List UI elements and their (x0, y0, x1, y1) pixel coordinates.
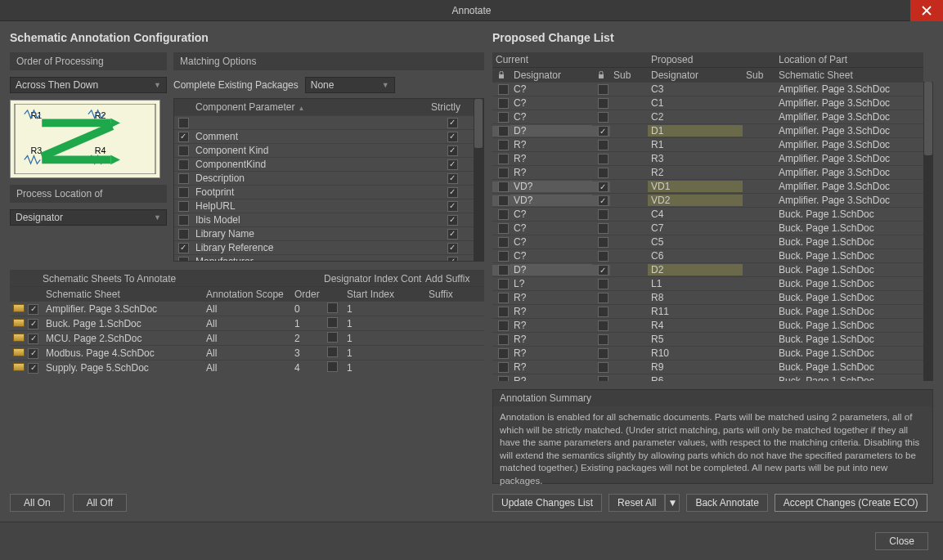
sheet-row[interactable]: Supply. Page 5.SchDoc All 4 1 (10, 360, 484, 374)
sheet-scope[interactable]: All (203, 318, 291, 329)
col-proposed-designator[interactable]: Designator (648, 69, 743, 81)
sheet-row[interactable]: Buck. Page 1.SchDoc All 1 1 (10, 316, 484, 330)
proposed-row[interactable]: C? C7 Buck. Page 1.SchDoc (492, 221, 923, 235)
all-on-button[interactable]: All On (10, 494, 65, 512)
param-checkbox[interactable] (178, 146, 189, 156)
strict-checkbox[interactable] (447, 146, 458, 156)
lock-sub-checkbox[interactable] (598, 112, 608, 123)
lock-sub-checkbox[interactable] (598, 279, 608, 289)
lock-sub-checkbox[interactable] (598, 348, 608, 359)
proposed-row[interactable]: R? R6 Buck. Page 1.SchDoc (492, 374, 923, 381)
strict-checkbox[interactable] (447, 243, 458, 253)
col-schematic-sheet[interactable]: Schematic Sheet (43, 289, 203, 300)
col-sub[interactable]: Sub (610, 69, 648, 81)
lock-sub-checkbox[interactable] (598, 251, 608, 262)
lock-current-checkbox[interactable] (498, 237, 509, 248)
param-checkbox[interactable] (178, 229, 189, 240)
start-index[interactable]: 1 (344, 333, 425, 344)
proposed-row[interactable]: R? R4 Buck. Page 1.SchDoc (492, 318, 923, 332)
strict-checkbox[interactable] (447, 187, 458, 198)
strict-checkbox[interactable] (447, 173, 458, 184)
col-order[interactable]: Order (291, 289, 324, 300)
lock-current-checkbox[interactable] (498, 181, 509, 192)
param-checkbox[interactable] (178, 187, 189, 198)
start-index-checkbox[interactable] (327, 302, 338, 313)
proposed-row[interactable]: C? C1 Amplifier. Page 3.SchDoc (492, 96, 923, 110)
sheet-row[interactable]: Amplifier. Page 3.SchDoc All 0 1 (10, 301, 484, 316)
start-index-checkbox[interactable] (327, 347, 338, 357)
sheet-row[interactable]: MCU. Page 2.SchDoc All 2 1 (10, 330, 484, 345)
col-designator[interactable]: Designator (510, 69, 592, 81)
proposed-row[interactable]: R? R5 Buck. Page 1.SchDoc (492, 332, 923, 346)
param-col-strict[interactable]: Strictly (431, 101, 474, 113)
lock-current-checkbox[interactable] (498, 376, 509, 382)
reset-all-dropdown[interactable]: ▼ (665, 494, 680, 512)
lock-sub-checkbox[interactable] (598, 307, 608, 317)
proposed-row[interactable]: D? D1 Amplifier. Page 3.SchDoc (492, 123, 923, 137)
lock-sub-checkbox[interactable] (598, 195, 608, 206)
lock-sub-checkbox[interactable] (598, 98, 608, 109)
param-row[interactable]: Component Kind (174, 143, 474, 157)
sheet-enable-checkbox[interactable] (28, 304, 38, 315)
lock-sub-checkbox[interactable] (598, 237, 608, 248)
proposed-row[interactable]: VD? VD2 Amplifier. Page 3.SchDoc (492, 193, 923, 207)
lock-current-checkbox[interactable] (498, 84, 509, 95)
all-off-button[interactable]: All Off (73, 494, 127, 512)
lock-sub-checkbox[interactable] (598, 209, 608, 220)
lock-current-checkbox[interactable] (498, 154, 509, 164)
proposed-scrollbar[interactable] (923, 82, 933, 381)
col-location[interactable]: Location of Part (775, 54, 923, 65)
lock-current-checkbox[interactable] (498, 223, 509, 234)
start-index[interactable]: 1 (344, 318, 425, 329)
proposed-row[interactable]: C? C5 Buck. Page 1.SchDoc (492, 235, 923, 249)
start-index[interactable]: 1 (344, 347, 425, 359)
lock-current-checkbox[interactable] (498, 293, 509, 303)
col-proposed[interactable]: Proposed (648, 54, 775, 65)
lock-current-checkbox[interactable] (498, 334, 509, 345)
param-row[interactable]: Footprint (174, 185, 474, 199)
param-row[interactable]: Manufacturer (174, 254, 474, 261)
lock-sub-checkbox[interactable] (598, 181, 608, 192)
sheet-enable-checkbox[interactable] (28, 363, 38, 374)
lock-current-checkbox[interactable] (498, 126, 509, 137)
reset-all-button[interactable]: Reset All (608, 494, 665, 512)
lock-sub-checkbox[interactable] (598, 168, 608, 178)
proposed-row[interactable]: C? C3 Amplifier. Page 3.SchDoc (492, 82, 923, 96)
close-dialog-button[interactable]: Close (875, 532, 928, 550)
proposed-row[interactable]: R? R3 Amplifier. Page 3.SchDoc (492, 151, 923, 165)
param-checkbox[interactable] (178, 215, 189, 226)
param-row[interactable] (174, 115, 474, 129)
lock-sub-checkbox[interactable] (598, 140, 608, 150)
lock-sub-checkbox[interactable] (598, 154, 608, 164)
start-index-checkbox[interactable] (327, 332, 338, 343)
strict-checkbox[interactable] (447, 201, 458, 212)
sheet-enable-checkbox[interactable] (28, 334, 38, 344)
lock-sub-checkbox[interactable] (598, 293, 608, 303)
lock-current-checkbox[interactable] (498, 348, 509, 359)
strict-checkbox[interactable] (447, 159, 458, 170)
sheet-enable-checkbox[interactable] (28, 319, 38, 329)
proposed-row[interactable]: R? R10 Buck. Page 1.SchDoc (492, 346, 923, 360)
param-checkbox[interactable] (178, 159, 189, 170)
strict-checkbox[interactable] (447, 118, 458, 128)
param-checkbox[interactable] (178, 173, 189, 184)
update-changes-button[interactable]: Update Changes List (492, 494, 602, 512)
proposed-row[interactable]: R? R11 Buck. Page 1.SchDoc (492, 304, 923, 318)
lock-current-checkbox[interactable] (498, 251, 509, 262)
sheet-scope[interactable]: All (203, 347, 291, 359)
col-schematic-sheet[interactable]: Schematic Sheet (775, 69, 923, 81)
strict-checkbox[interactable] (447, 132, 458, 142)
proposed-row[interactable]: C? C6 Buck. Page 1.SchDoc (492, 249, 923, 262)
param-scrollbar[interactable] (474, 99, 483, 261)
proposed-row[interactable]: R? R1 Amplifier. Page 3.SchDoc (492, 137, 923, 151)
proposed-row[interactable]: VD? VD1 Amplifier. Page 3.SchDoc (492, 179, 923, 193)
param-row[interactable]: Library Name (174, 226, 474, 240)
proposed-row[interactable]: R? R8 Buck. Page 1.SchDoc (492, 290, 923, 304)
param-checkbox[interactable] (178, 201, 189, 212)
col-current[interactable]: Current (492, 54, 648, 65)
close-button[interactable] (910, 0, 943, 21)
sheet-scope[interactable]: All (203, 362, 291, 374)
col-annotation-scope[interactable]: Annotation Scope (203, 289, 291, 300)
param-checkbox[interactable] (178, 132, 189, 142)
sheet-scope[interactable]: All (203, 333, 291, 344)
